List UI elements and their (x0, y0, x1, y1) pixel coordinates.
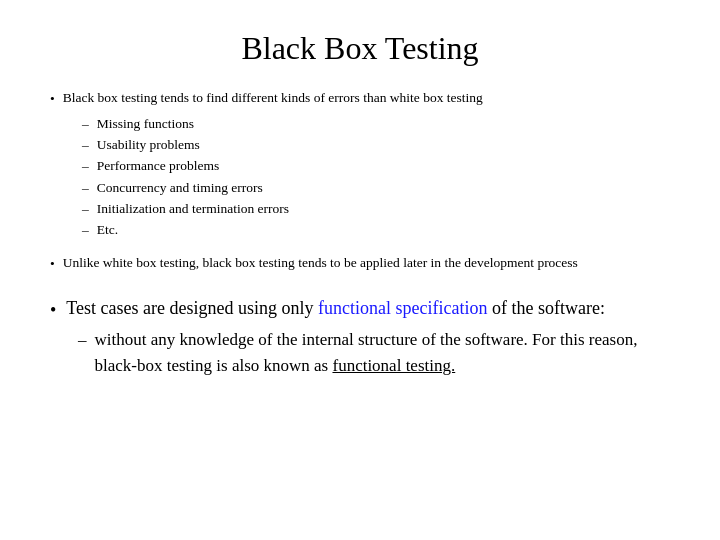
sub-item-text: Performance problems (97, 156, 220, 176)
dash-icon: – (82, 156, 89, 176)
list-item: – Initialization and termination errors (82, 199, 670, 219)
list-item: – Missing functions (82, 114, 670, 134)
dash-icon: – (82, 220, 89, 240)
dash-icon: – (82, 199, 89, 219)
large-text-before: Test cases are designed using only (66, 298, 318, 318)
section2-main-text: Unlike white box testing, black box test… (63, 254, 578, 274)
list-item: – Concurrency and timing errors (82, 178, 670, 198)
large-bullet: • Test cases are designed using only fun… (50, 296, 670, 323)
dash-icon: – (82, 135, 89, 155)
section-2: • Unlike white box testing, black box te… (50, 254, 670, 274)
large-sub-text: without any knowledge of the internal st… (95, 327, 671, 378)
slide-container: Black Box Testing • Black box testing te… (0, 0, 720, 540)
bullet-dot-1: • (50, 90, 55, 109)
list-item: – Etc. (82, 220, 670, 240)
dash-icon: – (82, 114, 89, 134)
large-bullet-text: Test cases are designed using only funct… (66, 296, 605, 321)
dash-icon: – (82, 178, 89, 198)
large-sub-section: – without any knowledge of the internal … (78, 327, 670, 378)
sub-item-text: Missing functions (97, 114, 194, 134)
bullet-dot-large: • (50, 298, 56, 323)
large-sub-item: – without any knowledge of the internal … (78, 327, 670, 378)
sub-item-text: Usability problems (97, 135, 200, 155)
slide-title: Black Box Testing (50, 30, 670, 67)
bullet-main-1: • Black box testing tends to find differ… (50, 89, 670, 109)
section1-main-text: Black box testing tends to find differen… (63, 89, 483, 109)
sub-list-1: – Missing functions – Usability problems… (82, 114, 670, 241)
large-text-highlight: functional specification (318, 298, 487, 318)
list-item: – Usability problems (82, 135, 670, 155)
sub-item-text: Etc. (97, 220, 118, 240)
sub-item-text: Initialization and termination errors (97, 199, 289, 219)
sub-text-underline: functional testing. (332, 356, 455, 375)
large-text-after: of the software: (487, 298, 604, 318)
slide-content: • Black box testing tends to find differ… (50, 89, 670, 510)
bullet-main-2: • Unlike white box testing, black box te… (50, 254, 670, 274)
section-1: • Black box testing tends to find differ… (50, 89, 670, 240)
bullet-dot-2: • (50, 255, 55, 274)
large-section: • Test cases are designed using only fun… (50, 296, 670, 378)
list-item: – Performance problems (82, 156, 670, 176)
sub-item-text: Concurrency and timing errors (97, 178, 263, 198)
dash-icon: – (78, 327, 87, 378)
